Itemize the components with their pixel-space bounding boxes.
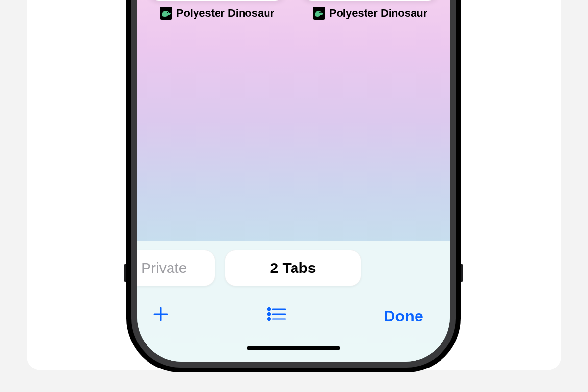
dinosaur-favicon-icon — [160, 7, 172, 20]
svg-point-1 — [319, 12, 321, 13]
tab-thumbnails-row: Polyester Dinosaur Polyester Dinosaur — [148, 0, 439, 29]
svg-point-5 — [268, 313, 270, 315]
tab-preview — [148, 0, 286, 1]
home-indicator[interactable] — [247, 346, 340, 350]
tab-title: Polyester Dinosaur — [176, 7, 275, 20]
tab-group-selector[interactable]: Private 2 Tabs — [137, 250, 450, 286]
tab-group-active[interactable]: 2 Tabs — [225, 250, 361, 286]
svg-point-6 — [268, 318, 270, 320]
iphone-device-frame: Polyester Dinosaur Polyester Dinosaur — [126, 0, 461, 372]
plus-icon — [152, 305, 170, 327]
list-bullet-icon — [267, 306, 287, 326]
bottom-toolbar-area: Private 2 Tabs — [137, 241, 450, 362]
svg-point-0 — [167, 12, 168, 13]
tab-thumbnail[interactable]: Polyester Dinosaur — [148, 0, 286, 29]
tab-thumbnail[interactable]: Polyester Dinosaur — [301, 0, 439, 29]
tab-groups-list-button[interactable] — [262, 303, 292, 329]
done-button[interactable]: Done — [379, 304, 428, 328]
tab-group-active-label: 2 Tabs — [270, 260, 316, 276]
tab-preview — [301, 0, 439, 1]
tab-group-private-label: Private — [141, 260, 187, 276]
dinosaur-favicon-icon — [313, 7, 325, 20]
safari-tab-overview-screen: Polyester Dinosaur Polyester Dinosaur — [137, 0, 450, 362]
svg-point-4 — [268, 308, 270, 310]
done-button-label: Done — [384, 307, 423, 325]
new-tab-button[interactable] — [147, 302, 174, 330]
tab-title: Polyester Dinosaur — [329, 7, 428, 20]
tab-group-private[interactable]: Private — [137, 250, 215, 286]
